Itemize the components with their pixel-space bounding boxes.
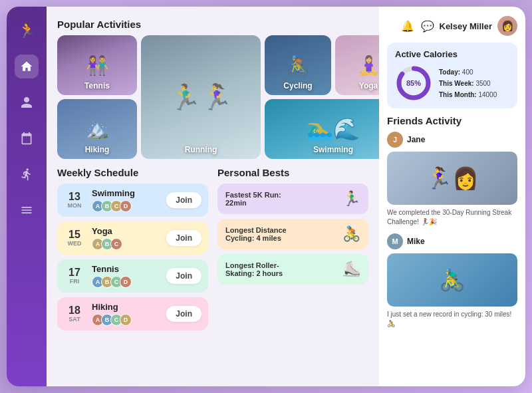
friend-avatar-mike: M (387, 233, 403, 249)
activity-hiking: Hiking (92, 302, 160, 312)
activity-label-running: Running (141, 145, 261, 154)
main-area: Popular Activities 👫 Tennis 🏃‍♂️🏃‍♀️ Run… (47, 7, 379, 386)
day-num-15: 15 (68, 229, 80, 240)
sidebar: 🏃 (7, 7, 47, 386)
pb-icon-skating: ⛸️ (342, 261, 360, 278)
join-button-yoga[interactable]: Join (166, 230, 201, 246)
schedule-list: 13 MON Swimming A B C D Joi (57, 184, 208, 330)
calories-stats: Today: 400 This Week: 3500 This Month: 1… (439, 66, 497, 100)
activity-card-hiking[interactable]: 🏔️ Hiking (57, 99, 137, 159)
friends-activity-section: Friends Activity J Jane 🏃‍♀️👩 We complet… (387, 115, 517, 377)
pb-item-cycling: Longest DistanceCycling: 4 miles 🚴 (217, 219, 368, 249)
activity-card-tennis[interactable]: 👫 Tennis (57, 35, 137, 95)
pb-label-cycling: Longest DistanceCycling: 4 miles (225, 226, 287, 242)
user-avatar: 👩 (497, 16, 517, 36)
activity-card-running[interactable]: 🏃‍♂️🏃‍♀️ Running (141, 35, 261, 159)
pb-label-skating: Longest Roller-Skating: 2 hours (225, 261, 283, 277)
sidebar-settings-icon[interactable] (15, 198, 39, 222)
calories-card: Active Calories 85% Today: 400 This Week… (387, 43, 517, 108)
friend-post-mike: M Mike 🚴‍♂️ I just set a new record in c… (387, 233, 517, 328)
right-panel: 🔔 💬 Kelsey Miller 👩 Active Calories 85% (379, 7, 525, 386)
friend-avatar-jane: J (387, 132, 403, 148)
calories-title: Active Calories (395, 49, 509, 59)
pb-list: Fastest 5K Run:22min 🏃‍♂️ Longest Distan… (217, 184, 368, 285)
schedule-item-hiking: 18 SAT Hiking A B C D Join (57, 297, 208, 330)
friend-post-jane: J Jane 🏃‍♀️👩 We completed the 30-Day Run… (387, 132, 517, 227)
day-name-mon: MON (68, 202, 82, 209)
sidebar-activity-icon[interactable] (15, 162, 39, 186)
pb-icon-cycling: 🚴 (342, 225, 360, 243)
popular-activities-title: Popular Activities (57, 19, 368, 30)
weekly-schedule-section: Weekly Schedule 13 MON Swimming A B (57, 167, 208, 330)
avatars-swimming: A B C D (92, 200, 160, 212)
sidebar-home-icon[interactable] (15, 55, 39, 78)
schedule-item-yoga: 15 WED Yoga A B C Join (57, 221, 208, 255)
pb-icon-5k: 🏃‍♂️ (342, 190, 360, 207)
avatars-yoga: A B C (92, 238, 160, 250)
activity-label-tennis: Tennis (57, 81, 137, 90)
personal-bests-title: Personal Bests (217, 167, 368, 178)
activity-label-cycling: Cycling (265, 81, 331, 90)
join-button-swimming[interactable]: Join (166, 192, 201, 208)
sidebar-calendar-icon[interactable] (15, 126, 39, 150)
friend-caption-jane: We completed the 30-Day Running Streak C… (387, 208, 517, 227)
friends-activity-title: Friends Activity (387, 115, 517, 126)
activity-card-yoga[interactable]: 🧘‍♀️ Yoga (335, 35, 379, 95)
friend-name-jane: Jane (407, 135, 425, 144)
friend-name-mike: Mike (407, 237, 425, 246)
activity-label-swimming: Swimming (265, 145, 379, 154)
user-name: Kelsey Miller (440, 21, 493, 31)
activity-card-swimming[interactable]: 🏊‍♂️🌊 Swimming (265, 99, 379, 159)
activity-label-yoga: Yoga (335, 81, 379, 90)
calories-donut: 85% (395, 65, 432, 102)
friend-photo-mike: 🚴‍♂️ (387, 253, 517, 307)
friend-photo-jane: 🏃‍♀️👩 (387, 152, 517, 205)
activity-swimming: Swimming (92, 188, 160, 198)
bottom-sections: Weekly Schedule 13 MON Swimming A B (57, 167, 368, 330)
pb-label-5k: Fastest 5K Run:22min (225, 191, 281, 207)
friend-caption-mike: I just set a new record in cycling: 30 m… (387, 310, 517, 328)
sidebar-user-icon[interactable] (15, 90, 39, 114)
pb-item-skating: Longest Roller-Skating: 2 hours ⛸️ (217, 254, 368, 285)
activity-tennis: Tennis (92, 264, 160, 274)
day-name-fri: FRI (70, 278, 80, 285)
chat-icon[interactable]: 💬 (421, 20, 434, 33)
bell-icon[interactable]: 🔔 (401, 20, 414, 33)
day-num-17: 17 (68, 267, 80, 278)
calories-percent: 85% (395, 65, 432, 102)
personal-bests-section: Personal Bests Fastest 5K Run:22min 🏃‍♂️… (217, 167, 368, 330)
day-name-sat: SAT (68, 316, 80, 323)
join-button-hiking[interactable]: Join (166, 306, 201, 322)
day-num-18: 18 (68, 305, 80, 316)
activity-yoga: Yoga (92, 226, 160, 236)
schedule-item-swimming: 13 MON Swimming A B C D Joi (57, 184, 208, 217)
schedule-item-tennis: 17 FRI Tennis A B C D Join (57, 259, 208, 293)
join-button-tennis[interactable]: Join (166, 268, 201, 284)
activities-grid: 👫 Tennis 🏃‍♂️🏃‍♀️ Running 🚴 Cycling 🧘‍♀️… (57, 35, 368, 159)
sidebar-run-icon[interactable]: 🏃 (15, 19, 39, 43)
app-container: 🏃 Popular Activities 👫 Tennis (7, 7, 525, 386)
avatars-hiking: A B C D (92, 314, 160, 326)
right-header: 🔔 💬 Kelsey Miller 👩 (387, 16, 517, 36)
activity-card-cycling[interactable]: 🚴 Cycling (265, 35, 331, 95)
day-num-13: 13 (68, 192, 80, 202)
pb-item-5k: Fastest 5K Run:22min 🏃‍♂️ (217, 184, 368, 214)
day-name-wed: WED (68, 240, 82, 247)
activity-label-hiking: Hiking (57, 145, 137, 154)
popular-activities-section: Popular Activities 👫 Tennis 🏃‍♂️🏃‍♀️ Run… (57, 19, 368, 159)
weekly-schedule-title: Weekly Schedule (57, 167, 208, 178)
avatars-tennis: A B C D (92, 276, 160, 288)
